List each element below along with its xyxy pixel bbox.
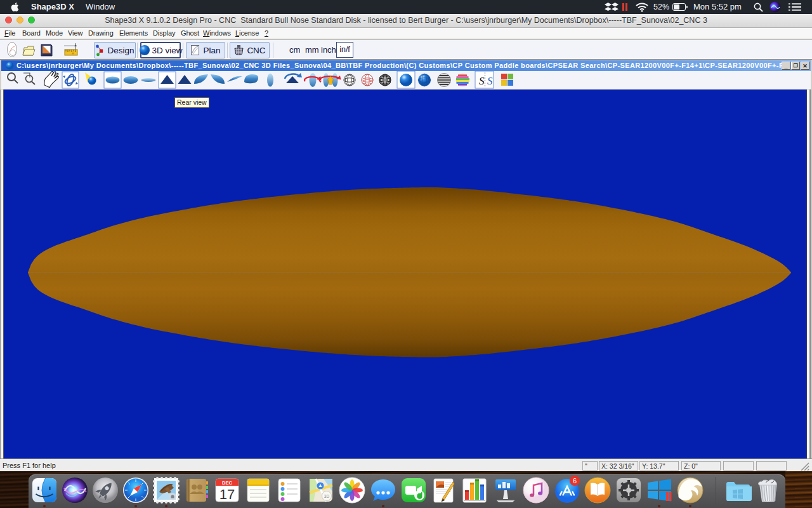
svg-text:S: S xyxy=(479,75,485,87)
svg-text:17: 17 xyxy=(219,486,235,502)
svg-text:S: S xyxy=(487,75,493,87)
svg-text:3D: 3D xyxy=(324,494,330,498)
svg-text:DEC: DEC xyxy=(222,480,232,486)
